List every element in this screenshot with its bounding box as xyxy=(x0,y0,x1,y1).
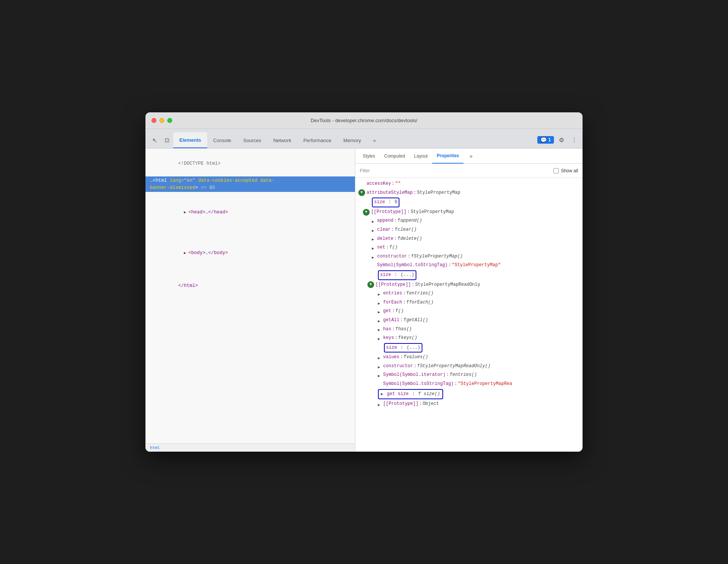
prop-size-0[interactable]: size : 0 xyxy=(355,197,583,208)
size-dotdotdot-box: size : (...) xyxy=(378,270,416,280)
filter-bar: Filter Show all xyxy=(355,164,583,178)
properties-content[interactable]: accessKey : "" ▼ attributeStyleMap : Sty… xyxy=(355,178,583,452)
prop-forEach[interactable]: ▶ forEach : f forEach() xyxy=(355,298,583,307)
prop-symbol-tostringtag2[interactable]: Symbol(Symbol.toStringTag) : "StylePrope… xyxy=(355,380,583,389)
status-path: html xyxy=(150,445,160,450)
tab-memory[interactable]: Memory xyxy=(337,132,367,148)
show-all-container: Show all xyxy=(554,168,578,173)
size-0-box: size : 0 xyxy=(372,198,400,207)
settings-button[interactable]: ⚙ xyxy=(556,135,567,145)
prop-size-dotdotdot[interactable]: size : (...) xyxy=(355,270,583,280)
prop-delete[interactable]: ▶ delete : f delete() xyxy=(355,234,583,244)
settings-icon: ⚙ xyxy=(559,136,564,144)
elements-panel: <!DOCTYPE html> …<html lang="en" data-co… xyxy=(145,149,355,452)
tab-network[interactable]: Network xyxy=(267,132,297,148)
tab-mobiletoggle[interactable]: ⊡ xyxy=(161,132,173,148)
maximize-button[interactable] xyxy=(167,118,172,123)
notification-count: 1 xyxy=(548,137,551,143)
status-bar: html xyxy=(145,443,355,452)
more-options-icon: ⋮ xyxy=(571,136,577,144)
prop-constructor2[interactable]: ▶ constructor : f StylePropertyMapReadOn… xyxy=(355,362,583,371)
tab-more-main-label: » xyxy=(373,138,376,143)
sub-tab-styles[interactable]: Styles xyxy=(358,149,380,164)
tab-network-label: Network xyxy=(273,138,291,143)
show-all-checkbox[interactable] xyxy=(554,168,559,173)
main-content: <!DOCTYPE html> …<html lang="en" data-co… xyxy=(145,149,583,452)
minimize-button[interactable] xyxy=(159,118,164,123)
sub-tabbar: Styles Computed Layout Properties » xyxy=(355,149,583,164)
elements-tree[interactable]: <!DOCTYPE html> …<html lang="en" data-co… xyxy=(145,149,355,443)
devtools-window: DevTools - developer.chrome.com/docs/dev… xyxy=(145,112,583,452)
tab-performance-label: Performance xyxy=(303,138,331,143)
tree-head[interactable]: ▶ <head>…</head> xyxy=(145,192,355,233)
prop-get-size[interactable]: ▶ get size : f size() xyxy=(355,389,583,400)
properties-panel: Styles Computed Layout Properties » Filt… xyxy=(355,149,583,452)
tab-sources-label: Sources xyxy=(243,138,262,143)
expand-circle-icon-2[interactable]: ▼ xyxy=(363,209,370,216)
sub-tab-layout-label: Layout xyxy=(414,153,428,159)
tree-doctype[interactable]: <!DOCTYPE html> xyxy=(145,152,355,176)
prop-clear[interactable]: ▶ clear : f clear() xyxy=(355,225,583,234)
show-all-label: Show all xyxy=(561,168,578,173)
traffic-lights xyxy=(151,118,172,123)
prop-size-dotdotdot-2[interactable]: size : (...) xyxy=(355,343,583,353)
prop-prototype-spm[interactable]: ▼ [[Prototype]] : StylePropertyMap xyxy=(355,208,583,217)
prop-prototype-spmro[interactable]: ▼ [[Prototype]] : StylePropertyMapReadOn… xyxy=(355,280,583,290)
expand-circle-icon-3[interactable]: ▼ xyxy=(367,281,374,288)
prop-set[interactable]: ▶ set : f () xyxy=(355,243,583,252)
sub-tab-computed-label: Computed xyxy=(384,153,405,159)
prop-getAll[interactable]: ▶ getAll : f getAll() xyxy=(355,316,583,325)
prop-symbol-iterator[interactable]: ▶ Symbol(Symbol.iterator) : f entries() xyxy=(355,371,583,380)
tree-body[interactable]: ▶ <body>…</body> xyxy=(145,233,355,274)
tab-actions: 💬 1 ⚙ ⋮ xyxy=(537,135,580,148)
prop-symbol-tostringtag[interactable]: Symbol(Symbol.toStringTag) : "StylePrope… xyxy=(355,261,583,270)
prop-accessKey[interactable]: accessKey : "" xyxy=(355,179,583,189)
tab-performance[interactable]: Performance xyxy=(297,132,337,148)
tree-html-open[interactable]: …<html lang="en" data-cookies-accepted d… xyxy=(145,176,355,192)
prop-attributeStyleMap[interactable]: ▼ attributeStyleMap : StylePropertyMap xyxy=(355,189,583,198)
size-dotdotdot-2-box: size : (...) xyxy=(384,343,422,353)
more-options-button[interactable]: ⋮ xyxy=(569,135,580,145)
prop-entries[interactable]: ▶ entries : f entries() xyxy=(355,289,583,298)
filter-label: Filter xyxy=(360,168,554,173)
main-tabbar: ↖ ⊡ Elements Console Sources Network Per… xyxy=(145,129,583,149)
tab-console-label: Console xyxy=(213,138,231,143)
sub-tab-styles-label: Styles xyxy=(363,153,375,159)
sub-tab-properties-label: Properties xyxy=(437,153,459,158)
close-button[interactable] xyxy=(151,118,156,123)
sub-tab-layout[interactable]: Layout xyxy=(410,149,432,164)
tab-more-main[interactable]: » xyxy=(367,132,382,148)
window-title: DevTools - developer.chrome.com/docs/dev… xyxy=(310,118,417,123)
notification-badge[interactable]: 💬 1 xyxy=(537,136,554,144)
prop-get[interactable]: ▶ get : f () xyxy=(355,307,583,316)
tab-elements-label: Elements xyxy=(179,137,201,143)
doctype-text: <!DOCTYPE html> xyxy=(178,161,221,166)
sub-tab-properties[interactable]: Properties xyxy=(432,149,463,164)
prop-values[interactable]: ▶ values : f values() xyxy=(355,353,583,362)
tab-memory-label: Memory xyxy=(343,138,361,143)
get-size-box: ▶ get size : f size() xyxy=(378,389,443,400)
prop-constructor[interactable]: ▶ constructor : f StylePropertyMap() xyxy=(355,252,583,261)
sub-tab-more[interactable]: » xyxy=(465,149,477,164)
prop-append[interactable]: ▶ append : f append() xyxy=(355,216,583,225)
prop-keys[interactable]: ▶ keys : f keys() xyxy=(355,334,583,343)
tab-pointer[interactable]: ↖ xyxy=(148,132,161,148)
sub-tab-computed[interactable]: Computed xyxy=(379,149,409,164)
tab-sources[interactable]: Sources xyxy=(237,132,268,148)
tree-html-close[interactable]: </html> xyxy=(145,274,355,299)
expand-circle-icon[interactable]: ▼ xyxy=(358,189,365,196)
sub-tab-more-label: » xyxy=(470,153,473,159)
titlebar: DevTools - developer.chrome.com/docs/dev… xyxy=(145,112,583,129)
tab-elements[interactable]: Elements xyxy=(173,132,207,148)
prop-prototype-object[interactable]: ▶ [[Prototype]] : Object xyxy=(355,400,583,409)
prop-has[interactable]: ▶ has : f has() xyxy=(355,325,583,334)
tab-console[interactable]: Console xyxy=(207,132,237,148)
